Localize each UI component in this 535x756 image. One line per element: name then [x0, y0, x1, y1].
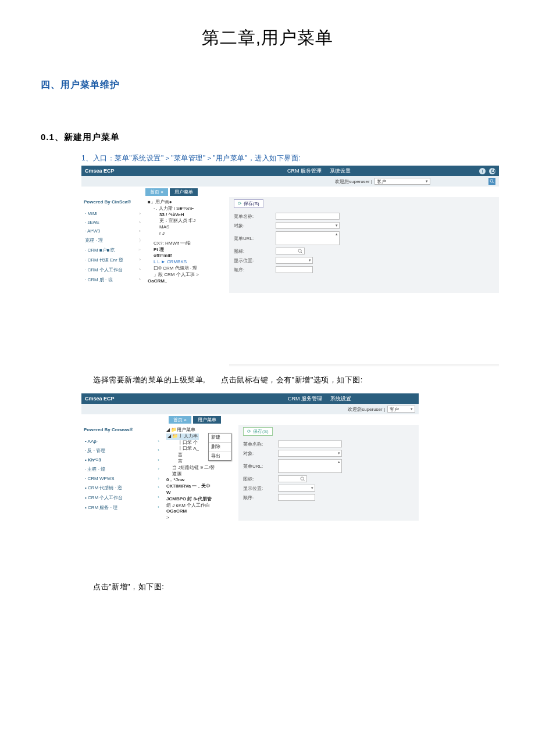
screenshot-2: Cmsea ECP CRM 服务管理 系统设置 欢迎您superuser | 客… [81, 393, 419, 512]
input-url[interactable]: ▴ [276, 231, 340, 245]
tree-node[interactable]: W [166, 490, 235, 496]
form-panel: ⟳ 保存(S) 菜单名称: 对象:▾ 菜单URL:▴ 图标: 显示位置:▾ 顺序… [238, 425, 419, 521]
input-url[interactable]: ▴ [278, 459, 342, 473]
tree-node[interactable]: ■」用户画● [148, 199, 226, 206]
sidebar-item[interactable]: • CRM 代朋铺 · 逆› [81, 483, 163, 493]
sidebar-item[interactable]: • Kh*≡3› [81, 456, 163, 464]
sidebar-item[interactable]: · CRM WPWS› [81, 474, 163, 483]
sidebar-item[interactable]: · CRM 代缰 Enr 逆› [81, 255, 144, 265]
sidebar-item[interactable]: · sEwE› [81, 218, 144, 227]
info-icon[interactable]: i [479, 168, 486, 174]
sidebar-item[interactable]: · CRM 朋 · 琼› [81, 275, 144, 285]
sidebar: Powered By Cmseas® • AΛβ·› · 及 · 管理› • K… [81, 425, 163, 513]
tree-node[interactable]: > [166, 515, 235, 521]
label-menu-name: 菜单名称: [234, 213, 276, 220]
app-topbar: Cmsea ECP CRM 服务管理 系统设置 i ⏻ [81, 166, 499, 176]
tree-node[interactable]: 」段 CRM 个人工班 > [148, 272, 226, 278]
save-button[interactable]: ⟳ 保存(S) [234, 199, 263, 208]
ctx-new[interactable]: 新建 [209, 433, 231, 443]
search-button[interactable] [488, 178, 495, 185]
select-object[interactable]: ▾ [276, 222, 340, 229]
crumb-current[interactable]: 用户菜单 [193, 416, 221, 424]
client-select[interactable]: 客户 ▾ [374, 178, 430, 185]
input-menu-name[interactable] [276, 213, 340, 220]
tree-node[interactable]: 口® CRM 代缰培 · 理 [148, 266, 226, 272]
caret-down-icon: ▾ [426, 179, 428, 184]
search-icon [300, 476, 305, 482]
breadcrumb-bar: 首页 × 用户菜单 [81, 187, 499, 197]
sidebar-item[interactable]: · MiMI› [81, 209, 144, 218]
power-icon[interactable]: ⏻ [489, 168, 495, 174]
tree-view[interactable]: ◢ 📁用户菜单 ◢ 📁 丿人力丰 丨口笨 个 丨口笨 A_ 言 言 当 J短路结… [163, 425, 238, 524]
tab-system-settings[interactable]: 系统设置 [330, 395, 351, 403]
label-url: 菜单URL: [234, 235, 276, 242]
main-tabs: CRM 服务管理 系统设置 [287, 167, 351, 175]
save-button-label: 保存(S) [253, 428, 269, 435]
tree-node[interactable]: OaCRM.. [148, 278, 226, 285]
tree-node[interactable]: 组 J eKM 个人工作白 [166, 503, 235, 509]
client-select[interactable]: 客户 ▾ [387, 406, 415, 413]
sidebar-item[interactable]: · 及 · 管理› [81, 446, 163, 456]
crumb-home[interactable]: 首页 × [169, 416, 191, 424]
tree-node[interactable]: · . 人力斯 i S■Φλm• [148, 206, 226, 212]
label-menu-name: 菜单名称: [243, 441, 278, 447]
sidebar-item[interactable]: 克程 · 理) [81, 235, 144, 245]
ctx-delete[interactable]: 删除 [209, 443, 231, 452]
welcome-text: 欢迎您superuser | [335, 178, 372, 185]
input-icon[interactable] [278, 475, 307, 482]
svg-line-1 [493, 182, 494, 183]
sidebar-item[interactable]: • CRM 个人工作台› [81, 493, 163, 503]
input-menu-name[interactable] [278, 440, 342, 447]
sidebar-item-label: · 主程 · 煌 [85, 466, 105, 472]
tab-system-settings[interactable]: 系统设置 [330, 167, 351, 175]
tree-node[interactable]: 33 / ^tλVeH [148, 212, 226, 218]
app-brand: Cmsea ECP [85, 168, 115, 174]
tree-node[interactable]: L L ► CRMBKS [148, 259, 226, 266]
caret-down-icon: ▾ [311, 486, 313, 490]
input-icon[interactable] [276, 248, 305, 255]
tree-node[interactable]: Pt 理 [148, 247, 226, 253]
tab-crm-service[interactable]: CRM 服务管理 [287, 167, 322, 175]
sidebar-item[interactable]: · CRM 个人工作台› [81, 265, 144, 275]
client-select-label: 客户 [390, 406, 399, 413]
chevron-right-icon: › [158, 485, 159, 491]
sidebar-item[interactable]: · Ai*W3› [81, 227, 144, 235]
save-button[interactable]: ⟳ 保存(S) [243, 427, 273, 436]
tab-crm-service[interactable]: CRM 服务管理 [288, 395, 322, 403]
tree-node[interactable]: 吏：宣丽人员 丯J [148, 218, 226, 224]
input-order[interactable] [276, 266, 313, 273]
select-position[interactable]: ▾ [278, 485, 315, 492]
ctx-export[interactable]: 导出 [209, 452, 231, 461]
tree-node[interactable]: CX?; HMWlf 一/输 [148, 241, 226, 247]
tree-node[interactable]: JCMBPO 封 8•代朋管 [166, 496, 235, 503]
sidebar-item-label: • AΛβ· [85, 439, 98, 444]
sidebar-item[interactable]: • CRM 服务 · 理› [81, 503, 163, 513]
tree-node[interactable]: 当 J短路结链 9 二/替 [166, 465, 235, 471]
crumb-current[interactable]: 用户菜单 [170, 188, 198, 196]
sidebar-item[interactable]: · 主程 · 煌› [81, 464, 163, 474]
tree-node[interactable]: MAS [148, 224, 226, 231]
svg-point-0 [490, 180, 493, 182]
tree-node[interactable]: CXTIMiRVa 一．天中 [166, 483, 235, 490]
sidebar-item[interactable]: • AΛβ·› [81, 437, 163, 446]
tree-node[interactable]: r J [148, 231, 226, 237]
sidebar-item[interactable]: · CRM ■户■览» [81, 245, 144, 255]
tree-node-selected[interactable]: ◢ 📁 丿人力丰 [166, 433, 199, 440]
sidebar-item-label: • Kh*≡3 [85, 457, 101, 463]
sidebar-item-label: · 及 · 管理 [85, 447, 105, 454]
select-position[interactable]: ▾ [276, 257, 313, 264]
select-object[interactable]: ▾ [278, 450, 342, 457]
tree-node[interactable]: offi=miif [148, 253, 226, 259]
tree-node[interactable]: OGaCRM [166, 508, 235, 515]
chevron-right-icon: › [158, 495, 159, 501]
caption-2: 点击"新增"，如下图: [93, 582, 535, 592]
chevron-right-icon: › [158, 439, 159, 444]
sidebar-item-label: • CRM 服务 · 理 [85, 504, 117, 511]
tree-node[interactable]: 0．*Jnw [166, 477, 235, 483]
sidebar-item-label: · sEwE [85, 220, 99, 225]
input-order[interactable] [278, 494, 315, 501]
crumb-home[interactable]: 首页 × [145, 188, 168, 196]
tree-node[interactable]: 遮渊 [166, 471, 235, 478]
sidebar-item-label: · CRM 个人工作台 [85, 267, 123, 273]
tree-view[interactable]: ■」用户画● · . 人力斯 i S■Φλm• 33 / ^tλVeH 吏：宣丽… [144, 197, 229, 286]
